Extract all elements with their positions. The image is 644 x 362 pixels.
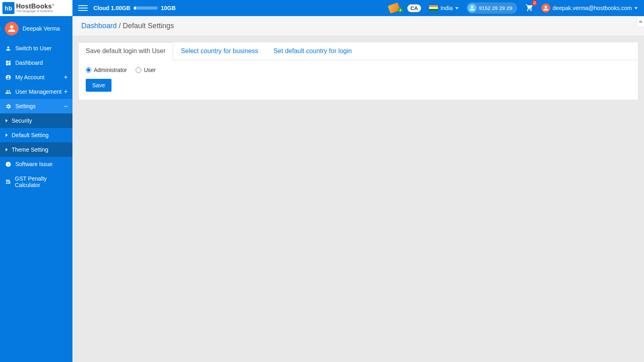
flag-india-icon	[429, 5, 438, 11]
main-area: Dashboard / Default Settings Save defaul…	[72, 16, 644, 362]
expand-icon: +	[64, 74, 68, 81]
sidebar-item-label: Security	[12, 117, 32, 124]
sidebar-item-my-account[interactable]: My Account +	[0, 70, 72, 84]
support-avatar-icon	[468, 4, 477, 12]
gear-icon	[5, 103, 11, 109]
sidebar-item-label: Dashboard	[15, 60, 43, 66]
radio-user-label: User	[144, 67, 156, 73]
user-icon	[5, 45, 11, 51]
chevron-right-icon	[6, 119, 8, 122]
tab-default-login[interactable]: Save default login with User	[78, 42, 173, 60]
sidebar-item-label: GST Penalty Calculator	[15, 175, 68, 188]
radio-user[interactable]: User	[136, 67, 156, 73]
cloud-max-label: 10GB	[161, 5, 176, 11]
breadcrumb-root[interactable]: Dashboard	[81, 22, 117, 30]
user-email: deepak.verma@hostbooks.com	[553, 5, 632, 11]
country-label: India	[440, 5, 452, 11]
radio-administrator-label: Administrator	[94, 67, 127, 73]
breadcrumb-sep: /	[117, 22, 123, 30]
account-icon	[5, 74, 11, 80]
tab-country-login[interactable]: Set default country for login	[266, 42, 359, 60]
sidebar-item-label: Default Setting	[12, 132, 49, 138]
breadcrumb: Dashboard / Default Settings	[72, 16, 644, 36]
chevron-right-icon	[6, 148, 8, 151]
cart-button[interactable]: 0	[525, 4, 533, 13]
users-icon	[5, 89, 11, 95]
ca-badge[interactable]: CA	[407, 4, 421, 12]
support-phone[interactable]: 9152 29 29 29	[466, 2, 517, 14]
chevron-down-icon	[634, 7, 638, 9]
brand-logo[interactable]: hb HostBooks® The language of business	[0, 0, 72, 16]
brand-mark: hb	[2, 2, 14, 14]
chevron-down-icon	[455, 7, 458, 9]
save-button[interactable]: Save	[86, 79, 111, 92]
sidebar-item-default-setting[interactable]: Default Setting	[0, 128, 72, 142]
hamburger-icon[interactable]	[78, 3, 88, 13]
sidebar-item-label: My Account	[15, 74, 44, 80]
collapse-icon: –	[64, 103, 68, 110]
topbar: hb HostBooks® The language of business C…	[0, 0, 644, 16]
dashboard-icon	[5, 60, 11, 66]
support-number: 9152 29 29 29	[479, 5, 512, 11]
radio-administrator[interactable]: Administrator	[86, 67, 127, 73]
sidebar-item-label: Software Issue	[15, 161, 53, 167]
cloud-usage-label: Cloud 1.00GB	[93, 5, 130, 11]
sidebar-user-name: Deepak Verma	[23, 25, 60, 32]
expand-icon: +	[64, 88, 68, 95]
chevron-double-left-icon	[638, 19, 643, 24]
radio-administrator-input[interactable]	[86, 67, 91, 73]
sidebar-item-gst-calculator[interactable]: GST Penalty Calculator	[0, 171, 72, 192]
sidebar-item-label: Switch to User	[15, 45, 52, 51]
tab-bar: Save default login with User Select coun…	[78, 42, 638, 60]
sidebar-item-security[interactable]: Security	[0, 113, 72, 128]
sidebar-item-dashboard[interactable]: Dashboard	[0, 56, 72, 70]
sidebar-item-switch-user[interactable]: Switch to User	[0, 41, 72, 56]
sidebar-item-software-issue[interactable]: Software Issue	[0, 157, 72, 171]
brand-name: HostBooks	[16, 3, 52, 10]
user-avatar-icon	[541, 4, 550, 12]
collapse-panel-button[interactable]	[637, 16, 644, 27]
brand-tagline: The language of business	[16, 10, 54, 13]
tab-panel: Administrator User Save	[78, 60, 638, 100]
brand-reg: ®	[52, 3, 54, 7]
tab-country-business[interactable]: Select country for business	[173, 42, 266, 60]
calculator-icon	[5, 179, 11, 185]
cart-count-badge: 0	[532, 0, 537, 6]
ticket-icon[interactable]	[388, 2, 400, 14]
radio-user-input[interactable]	[136, 67, 141, 73]
sidebar-item-label: Theme Setting	[12, 146, 48, 153]
country-selector[interactable]: India	[429, 5, 458, 11]
chevron-right-icon	[6, 134, 8, 137]
sidebar-item-theme-setting[interactable]: Theme Setting	[0, 142, 72, 157]
user-avatar-icon	[5, 22, 19, 35]
sidebar: Deepak Verma Switch to User Dashboard My…	[0, 16, 72, 362]
sidebar-user[interactable]: Deepak Verma	[0, 16, 72, 41]
storage-bar	[134, 6, 158, 10]
sidebar-item-label: Settings	[15, 103, 36, 109]
sidebar-item-settings[interactable]: Settings –	[0, 99, 72, 113]
breadcrumb-current: Default Settings	[123, 22, 174, 30]
sidebar-item-label: User Management	[15, 88, 62, 95]
info-icon	[5, 161, 11, 167]
settings-card: Save default login with User Select coun…	[78, 42, 638, 100]
sidebar-item-user-management[interactable]: User Management +	[0, 84, 72, 99]
user-menu[interactable]: deepak.verma@hostbooks.com	[541, 4, 638, 12]
